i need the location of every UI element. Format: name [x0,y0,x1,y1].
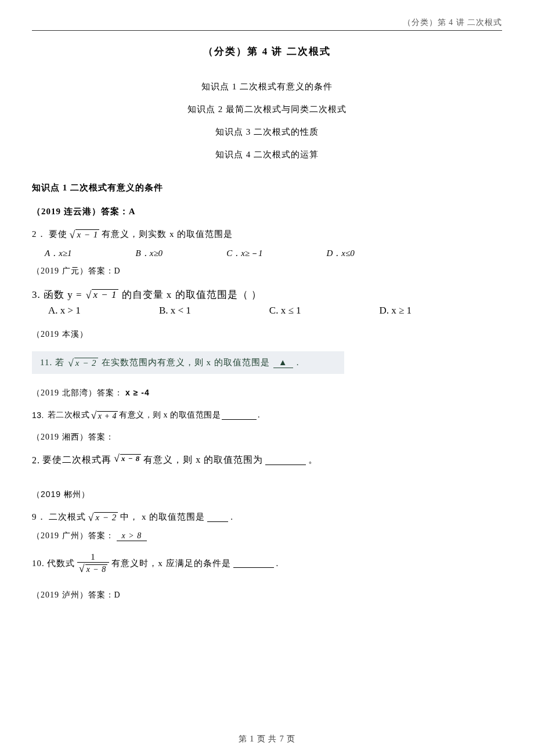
footer-after: 页 [284,735,296,743]
page-title: （分类）第 4 讲 二次根式 [32,45,502,58]
qg-num: 10. [32,559,45,568]
q-text-after: 有意义，则实数 x 的取值范围是 [102,229,233,240]
frac-den: √ x − 8 [77,562,110,574]
choice-d: D. x ≥ 1 [379,305,412,316]
q-guangyuan: 3. 函数 y = √ x − 1 的自变量 x 的取值范围是（ ） A. x … [32,288,502,316]
sqrt-expr: √ x − 1 [70,229,100,240]
toc: 知识点 1 二次根式有意义的条件 知识点 2 最简二次根式与同类二次根式 知识点… [32,75,502,166]
q-guangzhou: 10. 代数式 1 √ x − 8 有意义时，x 应满足的条件是 . [32,553,502,574]
frac-num: 1 [89,553,98,562]
src-lianyungang: （2019 连云港）答案：A [32,206,502,217]
radical-icon: √ [86,290,92,300]
footer-total: 7 [280,735,284,743]
strip-mid: 在实数范围内有意义，则 x 的取值范围是 [102,357,270,368]
qc-before: 二次根式 [49,512,86,523]
header-rule [32,30,502,31]
fill-blank [207,513,228,522]
q13-after: 有意义，则 x 的取值范围是 [119,410,221,420]
sqrt-expr: √ x − 1 [86,289,118,301]
choice-a: A．x≥1 [45,248,72,259]
qg-before: 代数式 [47,558,75,569]
q-lianyungang: 2． 要使 √ x − 1 有意义，则实数 x 的取值范围是 [32,229,502,240]
sqrt-expr: √ x − 8 [114,453,141,463]
toc-item-2: 知识点 2 最简二次根式与同类二次根式 [32,98,502,121]
triangle-icon: ▲ [279,358,288,367]
radical-icon: √ [91,410,96,420]
radicand: x − 2 [74,358,98,368]
toc-item-1: 知识点 1 二次根式有意义的条件 [32,75,502,98]
src-luzhou: （2019 泸州）答案：D [32,590,502,600]
qx-num: 2. [32,455,40,466]
choice-c: C．x≥－1 [226,248,262,259]
src-guangzhou: （2019 广州）答案： x > 8 [32,531,502,541]
ans-beibuwan: x ≥ -4 [125,388,150,397]
q-chenzhou: 9． 二次根式 √ x − 2 中， x 的取值范围是 . [32,512,502,523]
q-text-before: 要使 [49,229,67,240]
qg-end: . [276,559,279,568]
fill-blank [265,455,306,465]
src-text: （2019 北部湾）答案： [32,388,123,397]
src-xiangxi: （2019 湘西）答案： [32,432,502,442]
src-guangyuan: （2019 广元）答案：D [32,266,502,276]
qc-end: . [230,512,233,522]
q13-before: 若二次根式 [48,410,90,420]
q13-num: 13. [32,411,44,420]
src-chenzhou: （2019 郴州） [32,489,502,500]
fraction: 1 √ x − 8 [77,553,110,574]
radicand: x − 8 [120,454,141,463]
qc-mid: 中， x 的取值范围是 [120,512,205,523]
radical-icon: √ [68,358,74,368]
src-beibuwan: （2019 北部湾）答案： x ≥ -4 [32,388,502,398]
qx-after: 有意义，则 x 的取值范围为 [143,454,263,466]
strip-num: 11. 若 [40,357,64,368]
q-benxi-strip: 11. 若 √ x − 2 在实数范围内有意义，则 x 的取值范围是 ▲ . [32,351,344,374]
radicand: x − 1 [75,229,99,240]
choice-d: D．x≤0 [327,248,355,259]
qx-before: 要使二次根式再 [42,454,111,466]
qc-num: 9． [32,512,46,523]
q3-head: 3. 函数 y = [32,288,82,301]
src-benxi: （2019 本溪） [32,329,502,340]
sqrt-expr: √ x − 2 [88,512,118,523]
footer-mid: 页 共 [254,735,280,743]
choice-b: B. x < 1 [159,305,191,316]
q3-tail: 的自变量 x 的取值范围是（ ） [122,288,262,301]
toc-item-3: 知识点 3 二次根式的性质 [32,121,502,143]
q-xiangxi: 2. 要使二次根式再 √ x − 8 有意义，则 x 的取值范围为 。 [32,454,502,466]
section-1-head: 知识点 1 二次根式有意义的条件 [32,182,502,193]
page-footer: 第 1 页 共 7 页 [0,734,534,744]
choice-c: C. x ≤ 1 [269,305,301,316]
page: （分类）第 4 讲 二次根式 （分类）第 4 讲 二次根式 知识点 1 二次根式… [0,0,534,756]
choices-lianyungang: A．x≥1 B．x≥0 C．x≥－1 D．x≤0 [45,248,502,259]
radicand: x − 2 [94,512,118,523]
fill-blank [222,411,257,420]
strip-blank: ▲ [273,358,293,368]
radical-icon: √ [79,563,85,574]
strip-end: . [297,358,300,368]
radicand: x + 4 [97,411,118,420]
q-num: 2． [32,229,46,240]
ans-guangzhou: x > 8 [117,531,147,541]
running-head: （分类）第 4 讲 二次根式 [32,17,502,28]
fill-blank [233,559,274,568]
choice-b: B．x≥0 [136,248,163,259]
q13-end: . [258,411,260,420]
qx-end: 。 [308,454,318,466]
footer-before: 第 [239,735,250,743]
radical-icon: √ [88,512,95,523]
src-text: （2019 广州）答案： [32,531,114,540]
radicand: x − 1 [92,289,118,301]
radical-icon: √ [114,453,120,463]
q-beibuwan: 13. 若二次根式 √ x + 4 有意义，则 x 的取值范围是 . [32,410,502,420]
radical-icon: √ [70,229,76,240]
radicand: x − 8 [85,564,108,574]
toc-item-4: 知识点 4 二次根式的运算 [32,143,502,166]
sqrt-expr: √ x − 2 [68,358,98,368]
sqrt-expr: √ x + 4 [91,410,118,420]
choice-a: A. x > 1 [48,305,81,316]
qg-after: 有意义时，x 应满足的条件是 [111,558,230,569]
